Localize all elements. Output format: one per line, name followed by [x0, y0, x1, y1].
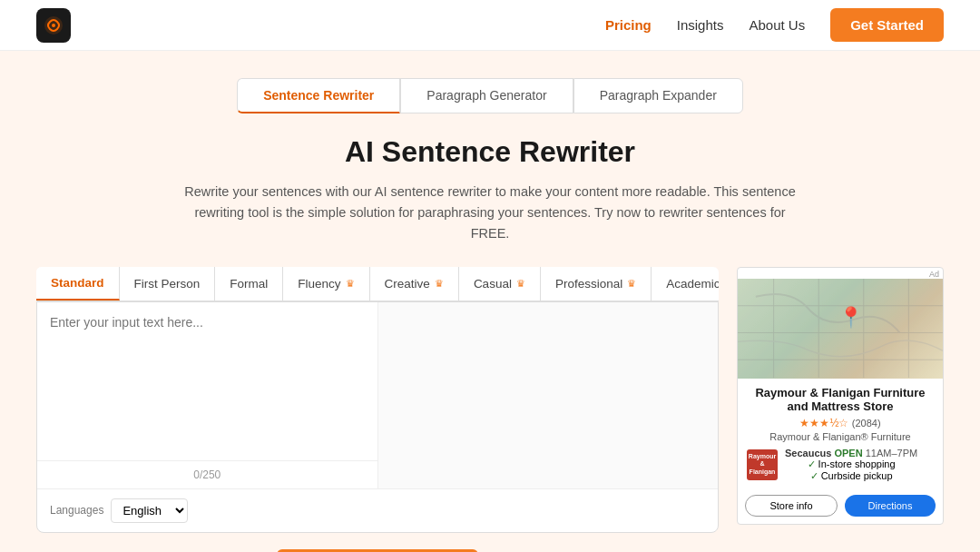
ad-brand: Raymour & Flanigan® Furniture — [747, 431, 934, 442]
nav-insights[interactable]: Insights — [677, 17, 724, 33]
ad-check1-icon: ✓ — [808, 458, 816, 469]
fluency-crown-icon: ♛ — [346, 278, 355, 290]
ad-check2-icon: ✓ — [810, 470, 818, 481]
tab-paragraph-generator[interactable]: Paragraph Generator — [400, 78, 573, 113]
language-select[interactable]: English Spanish French German — [111, 498, 188, 523]
tab-paragraph-expander[interactable]: Paragraph Expander — [573, 78, 743, 113]
ad-store-detail: Secaucus OPEN 11AM–7PM ✓ In-store shoppi… — [785, 448, 917, 482]
ad-location: Secaucus — [785, 448, 831, 458]
navbar: Pricing Insights About Us Get Started — [0, 0, 980, 51]
ad-business-name: Raymour & Flanigan Furniture and Mattres… — [747, 386, 934, 413]
directions-button[interactable]: Directions — [845, 495, 936, 517]
ad-map: 📍 — [738, 279, 943, 379]
advertisement: Ad 📍 — [737, 267, 944, 525]
ad-feature2: Curbside pickup — [821, 470, 893, 481]
ad-feature1: In-store shopping — [818, 458, 896, 469]
mode-creative[interactable]: Creative ♛ — [370, 267, 459, 301]
nav-about[interactable]: About Us — [749, 17, 805, 33]
hero-description: Rewrite your sentences with our AI sente… — [181, 182, 799, 245]
map-pin-icon: 📍 — [838, 306, 863, 330]
logo[interactable] — [36, 8, 71, 43]
char-count: 0/250 — [37, 460, 377, 488]
ad-info: Raymour & Flanigan Furniture and Mattres… — [738, 379, 943, 495]
page-title: AI Sentence Rewriter — [36, 135, 944, 169]
mode-fluency[interactable]: Fluency ♛ — [283, 267, 369, 301]
ad-hours: 11AM–7PM — [866, 448, 917, 458]
rewrite-button[interactable]: ✏️ Rewrite Sentences — [277, 549, 477, 552]
svg-point-1 — [52, 24, 55, 27]
languages-label: Languages — [50, 504, 103, 517]
tool-container: 0/250 Languages English Spanish French G… — [36, 301, 719, 533]
tab-sentence-rewriter[interactable]: Sentence Rewriter — [237, 78, 400, 113]
ad-buttons: Store info Directions — [738, 495, 943, 524]
language-row: Languages English Spanish French German — [37, 488, 718, 532]
ad-store-logo: Raymour&Flanigan — [747, 449, 778, 480]
nav-pricing[interactable]: Pricing — [605, 17, 652, 33]
store-info-button[interactable]: Store info — [745, 495, 838, 517]
ad-review-count: (2084) — [852, 418, 881, 429]
mode-academic[interactable]: Academic ♛ — [652, 267, 719, 301]
ad-stars: ★★★½☆ — [799, 417, 848, 429]
professional-crown-icon: ♛ — [627, 278, 636, 290]
ad-store-row: Raymour&Flanigan Secaucus OPEN 11AM–7PM … — [747, 448, 934, 482]
mode-formal[interactable]: Formal — [215, 267, 283, 301]
hero-section: Sentence Rewriter Paragraph Generator Pa… — [0, 51, 980, 552]
mode-professional[interactable]: Professional ♛ — [541, 267, 652, 301]
mode-first-person[interactable]: First Person — [120, 267, 216, 301]
input-pane: 0/250 — [37, 302, 378, 488]
casual-crown-icon: ♛ — [516, 278, 525, 290]
mode-tabs: Standard First Person Formal Fluency ♛ C… — [36, 267, 719, 301]
mode-standard[interactable]: Standard — [36, 267, 120, 301]
tool-tabs: Sentence Rewriter Paragraph Generator Pa… — [36, 78, 944, 113]
mode-casual[interactable]: Casual ♛ — [459, 267, 541, 301]
text-input[interactable] — [37, 302, 377, 457]
ad-open-status: OPEN — [834, 448, 862, 458]
output-pane — [378, 302, 719, 488]
nav-links: Pricing Insights About Us Get Started — [605, 8, 944, 42]
ad-label: Ad — [738, 268, 943, 279]
creative-crown-icon: ♛ — [435, 278, 444, 290]
get-started-button[interactable]: Get Started — [830, 8, 944, 42]
